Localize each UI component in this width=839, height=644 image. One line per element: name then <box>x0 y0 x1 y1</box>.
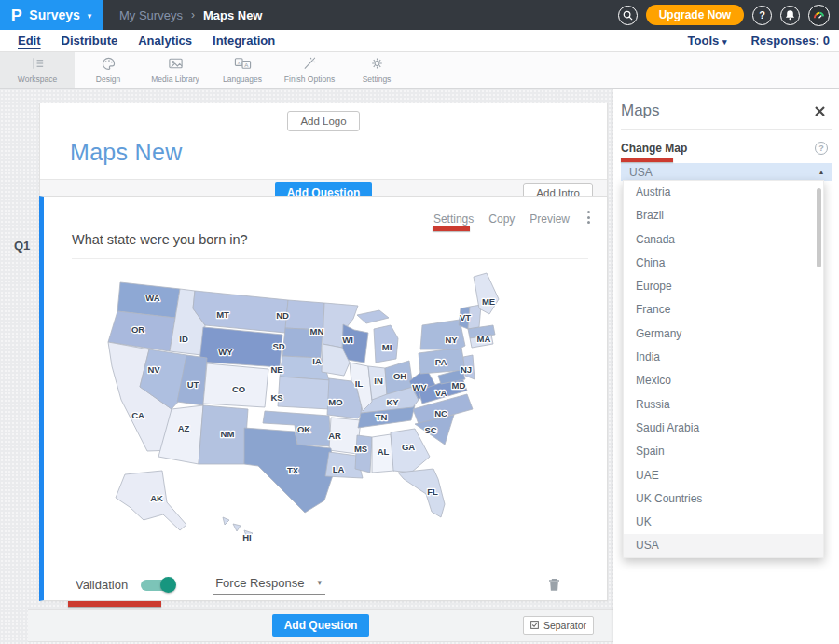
map-option-usa[interactable]: USA <box>624 534 823 557</box>
toolbar-item-label: Media Library <box>151 75 199 84</box>
toolbar-item-media-library[interactable]: Media Library <box>142 52 209 88</box>
toolbar-item-settings[interactable]: Settings <box>343 52 410 88</box>
state-label-ak: AK <box>150 493 163 503</box>
state-label-mi: MI <box>382 342 392 352</box>
map-option-france[interactable]: France <box>624 298 823 322</box>
responses-count[interactable]: Responses: 0 <box>750 34 830 48</box>
state-ms[interactable] <box>355 435 372 473</box>
state-mt[interactable] <box>193 291 288 333</box>
add-logo-row: Add Logo <box>40 103 607 133</box>
state-label-tx: TX <box>287 465 299 475</box>
tab-integration[interactable]: Integration <box>202 34 285 48</box>
upgrade-now-button[interactable]: Upgrade Now <box>646 5 744 25</box>
finish-options-icon <box>302 56 318 73</box>
toolbar-item-workspace[interactable]: Workspace <box>0 52 75 88</box>
toolbar-item-label: Languages <box>223 75 262 84</box>
state-label-wa: WA <box>145 293 159 303</box>
state-label-ga: GA <box>402 442 415 452</box>
map-select-value: USA <box>629 166 653 179</box>
map-option-uk[interactable]: UK <box>624 511 823 534</box>
state-label-mn: MN <box>310 326 324 336</box>
state-ks[interactable] <box>278 377 331 409</box>
map-option-uk-countries[interactable]: UK Countries <box>624 487 823 511</box>
state-label-in: IN <box>374 376 383 386</box>
tools-menu[interactable]: Tools ▾ <box>688 34 727 48</box>
map-option-austria[interactable]: Austria <box>624 181 823 204</box>
map-option-brazil[interactable]: Brazil <box>624 204 823 227</box>
map-option-uae[interactable]: UAE <box>624 464 823 487</box>
add-question-button-bottom[interactable]: Add Question <box>272 614 370 637</box>
close-icon[interactable] <box>814 105 826 117</box>
state-label-wy: WY <box>218 347 233 357</box>
delete-question-trash-icon[interactable] <box>543 577 566 596</box>
question-text[interactable]: What state were you born in? <box>72 232 248 247</box>
state-label-mt: MT <box>216 309 229 320</box>
state-label-id: ID <box>179 334 188 344</box>
toolbar-item-design[interactable]: Design <box>75 52 142 88</box>
avatar[interactable] <box>808 5 830 26</box>
change-map-help-icon[interactable]: ? <box>815 142 828 155</box>
map-option-india[interactable]: India <box>624 346 823 369</box>
map-option-spain[interactable]: Spain <box>624 440 823 463</box>
breadcrumb-parent[interactable]: My Surveys <box>119 8 183 22</box>
question-settings-link[interactable]: Settings <box>433 212 474 226</box>
questionpro-logo-icon: P <box>11 7 22 23</box>
state-label-nc: NC <box>434 408 447 418</box>
map-option-mexico[interactable]: Mexico <box>624 369 823 392</box>
question-more-menu-icon[interactable] <box>587 211 590 224</box>
map-option-germany[interactable]: Germany <box>624 322 823 346</box>
map-option-canada[interactable]: Canada <box>624 228 823 252</box>
toolbar-item-languages[interactable]: xALanguages <box>209 52 276 88</box>
survey-title[interactable]: Maps New <box>40 133 607 179</box>
state-label-wi: WI <box>342 335 353 345</box>
search-icon[interactable] <box>618 6 638 25</box>
validation-toggle[interactable] <box>141 580 174 591</box>
dropdown-scrollbar[interactable] <box>817 188 821 267</box>
annotation-underline-validation <box>68 601 161 607</box>
notifications-bell-icon[interactable] <box>780 6 800 25</box>
question-preview-link[interactable]: Preview <box>530 212 570 226</box>
state-label-nv: NV <box>147 364 160 375</box>
tab-edit[interactable]: Edit <box>7 34 51 48</box>
state-label-al: AL <box>378 446 390 457</box>
state-label-ky: KY <box>386 397 399 407</box>
usa-map[interactable]: WAORCAIDMTNDSDMNWIMIWYNVUTCONEIAKSMOAZNM… <box>89 273 509 555</box>
topbar-actions: Upgrade Now ? <box>618 5 839 26</box>
question-card: Settings Copy Preview What state were yo… <box>39 196 608 601</box>
map-option-europe[interactable]: Europe <box>624 275 823 298</box>
product-switcher[interactable]: P Surveys ▾ <box>0 0 103 30</box>
toolbar-item-finish-options[interactable]: Finish Options <box>276 52 343 88</box>
state-label-vt: VT <box>460 312 471 322</box>
state-label-ia: IA <box>312 356 322 366</box>
map-option-china[interactable]: China <box>624 252 823 275</box>
breadcrumb-current: Maps New <box>203 8 263 22</box>
help-icon[interactable]: ? <box>752 6 772 25</box>
nav-right: Tools ▾ Responses: 0 <box>688 34 839 48</box>
chevron-down-icon: ▾ <box>88 11 92 21</box>
checked-checkbox-icon <box>530 620 539 631</box>
state-label-va: VA <box>435 388 447 398</box>
map-select[interactable]: USA ▴ <box>621 163 832 181</box>
toolbar-item-label: Finish Options <box>284 75 335 84</box>
tab-analytics[interactable]: Analytics <box>128 34 202 48</box>
state-label-wv: WV <box>412 382 427 392</box>
map-option-saudi-arabia[interactable]: Saudi Arabia <box>624 417 823 440</box>
state-label-ma: MA <box>477 334 491 344</box>
design-icon <box>101 56 117 73</box>
panel-title: Maps <box>621 102 660 120</box>
toolbar-item-label: Design <box>96 75 120 84</box>
add-logo-button[interactable]: Add Logo <box>287 111 359 131</box>
force-response-dropdown[interactable]: Force Response ▾ <box>213 576 325 595</box>
state-label-oh: OH <box>393 371 406 381</box>
separator-button[interactable]: Separator <box>523 616 594 635</box>
state-wy[interactable] <box>199 327 282 367</box>
question-number-label: Q1 <box>14 239 30 253</box>
map-option-russia[interactable]: Russia <box>624 393 823 417</box>
state-label-il: IL <box>355 378 364 389</box>
question-copy-link[interactable]: Copy <box>488 212 515 226</box>
svg-text:x: x <box>237 60 240 65</box>
tab-distribute[interactable]: Distribute <box>51 34 129 48</box>
questionpro-survey-editor: { "topbar": { "product_label": "Surveys"… <box>0 0 839 644</box>
state-label-me: ME <box>482 296 495 307</box>
breadcrumb-separator-icon: › <box>191 8 195 21</box>
